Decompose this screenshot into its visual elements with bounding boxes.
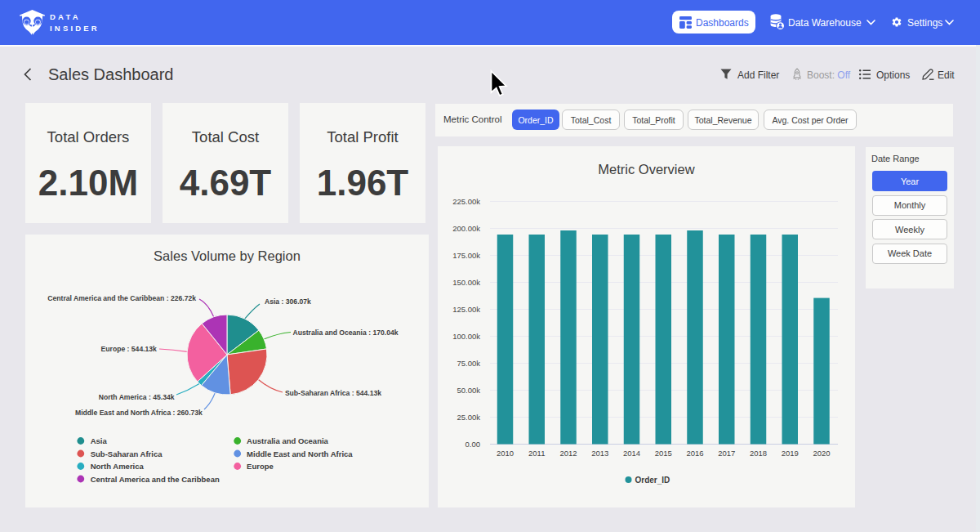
svg-text:2011: 2011 <box>528 449 545 458</box>
svg-text:Australia and Oceania: Australia and Oceania <box>247 436 329 445</box>
svg-text:150.00k: 150.00k <box>452 278 480 287</box>
svg-text:Central America and the Caribb: Central America and the Caribbean : 226.… <box>47 294 196 302</box>
svg-text:25.00k: 25.00k <box>457 413 480 422</box>
svg-text:North America: North America <box>91 462 145 471</box>
svg-text:Asia: Asia <box>91 436 108 445</box>
svg-text:2010: 2010 <box>497 449 514 458</box>
svg-text:Sub-Saharan Africa: Sub-Saharan Africa <box>91 449 163 458</box>
svg-text:Europe : 544.13k: Europe : 544.13k <box>101 345 158 353</box>
svg-text:0.00: 0.00 <box>466 440 481 449</box>
svg-text:Middle East and North Africa: Middle East and North Africa <box>247 449 353 458</box>
svg-text:2017: 2017 <box>718 449 735 458</box>
svg-text:Middle East and North Africa :: Middle East and North Africa : 260.73k <box>75 409 203 417</box>
svg-text:Asia : 306.07k: Asia : 306.07k <box>265 297 311 306</box>
svg-text:Order_ID: Order_ID <box>635 476 670 485</box>
svg-text:Australia and Oceania : 170.04: Australia and Oceania : 170.04k <box>293 329 399 337</box>
svg-text:225.00k: 225.00k <box>452 197 480 206</box>
svg-text:2019: 2019 <box>782 449 799 458</box>
svg-text:Central America and the Caribb: Central America and the Caribbean <box>91 475 220 484</box>
svg-text:175.00k: 175.00k <box>452 251 480 260</box>
svg-text:75.00k: 75.00k <box>457 359 480 368</box>
svg-text:2013: 2013 <box>591 449 608 458</box>
svg-text:100.00k: 100.00k <box>452 332 480 341</box>
svg-text:200.00k: 200.00k <box>452 224 480 233</box>
svg-text:Europe: Europe <box>247 462 274 471</box>
svg-text:2012: 2012 <box>559 449 577 458</box>
svg-text:North America : 45.34k: North America : 45.34k <box>99 393 175 401</box>
svg-text:50.00k: 50.00k <box>457 386 480 395</box>
svg-text:2020: 2020 <box>813 449 830 458</box>
svg-text:2015: 2015 <box>655 449 672 458</box>
svg-text:125.00k: 125.00k <box>452 305 480 314</box>
svg-text:Sub-Saharan Africa : 544.13k: Sub-Saharan Africa : 544.13k <box>285 389 381 397</box>
svg-text:2016: 2016 <box>686 449 703 458</box>
svg-text:2014: 2014 <box>623 449 640 458</box>
svg-text:2018: 2018 <box>750 449 767 458</box>
